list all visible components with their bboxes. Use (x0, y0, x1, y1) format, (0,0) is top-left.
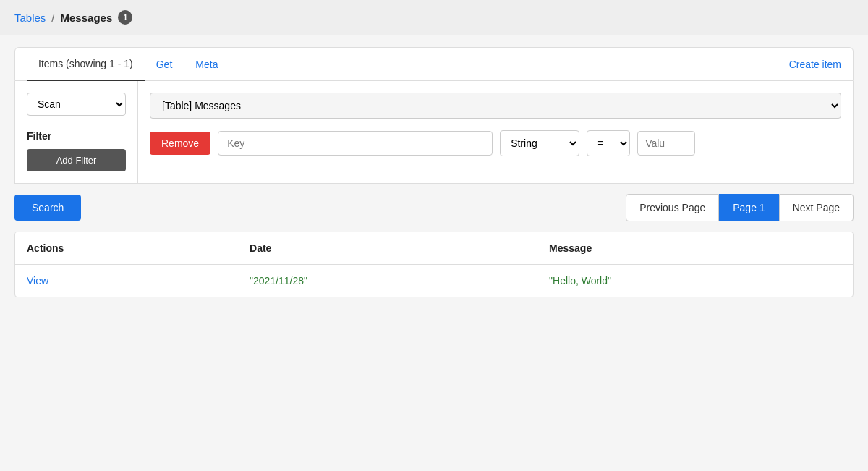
search-button[interactable]: Search (14, 195, 81, 221)
breadcrumb-tables-link[interactable]: Tables (14, 12, 46, 24)
cell-message: "Hello, World" (537, 265, 853, 297)
pagination: Previous Page Page 1 Next Page (626, 194, 854, 221)
create-item-button[interactable]: Create item (789, 48, 841, 80)
main-content: Items (showing 1 - 1) Get Meta Create it… (0, 35, 868, 309)
col-date: Date (238, 232, 537, 265)
cell-action: View (15, 265, 238, 297)
search-bar: Search Previous Page Page 1 Next Page (14, 184, 854, 232)
next-page-button[interactable]: Next Page (779, 194, 854, 221)
cell-date: "2021/11/28" (238, 265, 537, 297)
filter-left-panel: Scan Query Filter Add Filter (15, 81, 138, 183)
tab-items[interactable]: Items (showing 1 - 1) (27, 48, 145, 81)
filter-right-panel: [Table] Messages Remove String Number Bo… (138, 81, 853, 183)
table-select[interactable]: [Table] Messages (150, 93, 841, 119)
filter-type-select[interactable]: String Number Boolean Null (500, 130, 579, 156)
filter-op-select[interactable]: = != < > <= >= (587, 130, 630, 156)
scan-select[interactable]: Scan Query (27, 93, 126, 116)
tab-bar: Items (showing 1 - 1) Get Meta Create it… (14, 47, 854, 81)
filter-panel: Scan Query Filter Add Filter [Table] Mes… (14, 81, 854, 184)
page-1-button[interactable]: Page 1 (719, 194, 778, 221)
breadcrumb: Tables / Messages 1 (0, 0, 868, 35)
data-table-container: Actions Date Message View "2021/11/28" "… (14, 232, 854, 297)
add-filter-button[interactable]: Add Filter (27, 149, 126, 171)
col-message: Message (537, 232, 853, 265)
col-actions: Actions (15, 232, 238, 265)
filter-value-input[interactable] (637, 131, 695, 156)
data-table: Actions Date Message View "2021/11/28" "… (15, 232, 853, 297)
breadcrumb-current: Messages (61, 12, 113, 24)
view-link[interactable]: View (27, 275, 48, 287)
table-row: View "2021/11/28" "Hello, World" (15, 265, 853, 297)
table-header-row: Actions Date Message (15, 232, 853, 265)
tab-get[interactable]: Get (145, 48, 184, 80)
previous-page-button[interactable]: Previous Page (626, 194, 719, 221)
filter-row: Remove String Number Boolean Null = != <… (150, 130, 841, 156)
filter-title: Filter (27, 130, 126, 142)
breadcrumb-separator: / (51, 12, 54, 24)
tab-meta[interactable]: Meta (184, 48, 229, 80)
filter-key-input[interactable] (218, 131, 493, 156)
breadcrumb-badge: 1 (118, 10, 132, 25)
remove-filter-button[interactable]: Remove (150, 132, 210, 155)
